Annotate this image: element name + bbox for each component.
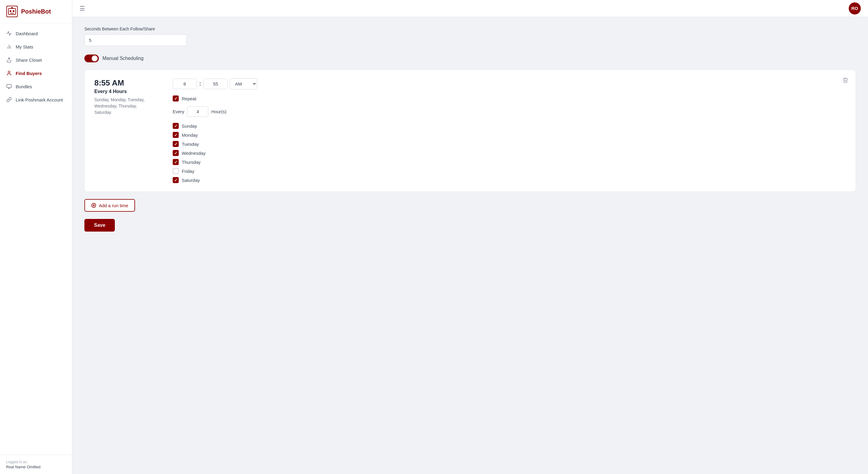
trash-icon xyxy=(842,77,848,83)
thursday-checkbox[interactable]: ✓ xyxy=(173,159,179,165)
add-runtime-button[interactable]: Add a run time xyxy=(84,199,135,212)
stats-icon xyxy=(6,44,12,50)
logo-icon xyxy=(6,5,18,18)
sidebar-footer: Logged in as: Real Name Omitted xyxy=(0,455,72,474)
wednesday-label: Wednesday xyxy=(182,150,206,156)
link-icon xyxy=(6,97,12,103)
sidebar-item-link-poshmark[interactable]: Link Poshmark Account xyxy=(0,93,72,106)
tuesday-check-icon: ✓ xyxy=(174,142,178,146)
schedule-days-display: Sunday, Monday, Tuesday, Wednesday, Thur… xyxy=(94,97,155,116)
repeat-checkbox[interactable]: ✓ xyxy=(173,96,179,101)
dashboard-icon xyxy=(6,30,12,36)
friday-label: Friday xyxy=(182,169,194,174)
sidebar-item-share-closet-label: Share Closet xyxy=(16,58,42,63)
main-content: Seconds Between Each Follow/Share Manual… xyxy=(72,17,868,474)
logged-in-label: Logged in as: xyxy=(6,460,66,464)
schedule-frequency-display: Every 4 Hours xyxy=(94,89,155,94)
manual-scheduling-label: Manual Scheduling xyxy=(102,56,144,61)
logged-in-user: Real Name Omitted xyxy=(6,465,66,469)
saturday-label: Saturday xyxy=(182,178,200,183)
sunday-label: Sunday xyxy=(182,124,197,129)
thursday-label: Thursday xyxy=(182,160,201,165)
delete-schedule-button[interactable] xyxy=(842,77,848,84)
sidebar-item-bundles-label: Bundles xyxy=(16,84,32,89)
tuesday-label: Tuesday xyxy=(182,141,199,147)
manual-scheduling-row: Manual Scheduling xyxy=(84,55,856,62)
avatar[interactable]: RO xyxy=(849,2,861,14)
sidebar-item-share-closet[interactable]: Share Closet xyxy=(0,53,72,67)
repeat-label: Repeat xyxy=(182,96,196,101)
svg-rect-13 xyxy=(7,84,11,88)
schedule-card-inner: 8:55 AM Every 4 Hours Sunday, Monday, Tu… xyxy=(94,78,846,183)
hours-label: Hour(s) xyxy=(211,109,226,114)
day-row-saturday[interactable]: ✓ Saturday xyxy=(173,177,846,183)
seconds-label: Seconds Between Each Follow/Share xyxy=(84,27,856,31)
minute-input[interactable] xyxy=(204,78,227,89)
svg-rect-5 xyxy=(10,13,14,13)
saturday-checkbox[interactable]: ✓ xyxy=(173,177,179,183)
sidebar-item-find-buyers-label: Find Buyers xyxy=(16,71,42,76)
every-input[interactable] xyxy=(187,106,208,117)
repeat-row[interactable]: ✓ Repeat xyxy=(173,96,846,101)
sunday-checkbox[interactable]: ✓ xyxy=(173,123,179,129)
add-runtime-label: Add a run time xyxy=(99,203,128,208)
share-closet-icon xyxy=(6,57,12,63)
every-label: Every xyxy=(173,109,184,114)
monday-label: Monday xyxy=(182,133,198,138)
every-row: Every Hour(s) xyxy=(173,106,846,117)
app-name: PoshieBot xyxy=(21,8,51,15)
day-row-tuesday[interactable]: ✓ Tuesday xyxy=(173,141,846,147)
main-wrapper: ☰ RO Seconds Between Each Follow/Share M… xyxy=(72,0,868,474)
wednesday-checkbox[interactable]: ✓ xyxy=(173,150,179,156)
save-button[interactable]: Save xyxy=(84,219,115,232)
tuesday-checkbox[interactable]: ✓ xyxy=(173,141,179,147)
repeat-check-icon: ✓ xyxy=(174,96,178,101)
day-row-wednesday[interactable]: ✓ Wednesday xyxy=(173,150,846,156)
time-colon: : xyxy=(199,81,201,87)
logo-area: PoshieBot xyxy=(0,0,72,23)
schedule-card: 8:55 AM Every 4 Hours Sunday, Monday, Tu… xyxy=(84,70,856,192)
day-row-friday[interactable]: Friday xyxy=(173,168,846,174)
saturday-check-icon: ✓ xyxy=(174,178,178,182)
svg-point-3 xyxy=(10,10,11,12)
sidebar-item-find-buyers[interactable]: Find Buyers xyxy=(0,67,72,80)
schedule-summary: 8:55 AM Every 4 Hours Sunday, Monday, Tu… xyxy=(94,78,155,183)
manual-scheduling-toggle[interactable] xyxy=(84,55,99,62)
hamburger-icon[interactable]: ☰ xyxy=(80,5,85,12)
svg-point-12 xyxy=(8,71,10,73)
sunday-check-icon: ✓ xyxy=(174,124,178,128)
day-row-monday[interactable]: ✓ Monday xyxy=(173,132,846,138)
seconds-input[interactable] xyxy=(84,34,187,46)
sidebar: PoshieBot Dashboard My Stats xyxy=(0,0,72,474)
sidebar-item-bundles[interactable]: Bundles xyxy=(0,80,72,93)
monday-checkbox[interactable]: ✓ xyxy=(173,132,179,138)
schedule-time-display: 8:55 AM xyxy=(94,78,155,88)
sidebar-item-my-stats-label: My Stats xyxy=(16,44,33,49)
days-list: ✓ Sunday ✓ Monday ✓ Tuesday xyxy=(173,123,846,183)
thursday-check-icon: ✓ xyxy=(174,160,178,164)
day-row-thursday[interactable]: ✓ Thursday xyxy=(173,159,846,165)
day-row-sunday[interactable]: ✓ Sunday xyxy=(173,123,846,129)
find-buyers-icon xyxy=(6,70,12,76)
sidebar-item-link-poshmark-label: Link Poshmark Account xyxy=(16,97,63,102)
topbar: ☰ RO xyxy=(72,0,868,17)
schedule-controls: : AM PM ✓ Repeat xyxy=(173,78,846,183)
wednesday-check-icon: ✓ xyxy=(174,151,178,156)
monday-check-icon: ✓ xyxy=(174,133,178,137)
bundles-icon xyxy=(6,83,12,90)
sidebar-item-my-stats[interactable]: My Stats xyxy=(0,40,72,53)
hour-input[interactable] xyxy=(173,78,197,89)
sidebar-nav: Dashboard My Stats Share Closet xyxy=(0,23,72,455)
sidebar-item-dashboard[interactable]: Dashboard xyxy=(0,27,72,40)
sidebar-item-dashboard-label: Dashboard xyxy=(16,31,38,36)
add-runtime-icon xyxy=(91,203,96,208)
svg-point-4 xyxy=(13,10,14,12)
time-row: : AM PM xyxy=(173,78,846,90)
friday-checkbox[interactable] xyxy=(173,168,179,174)
ampm-select[interactable]: AM PM xyxy=(230,78,257,90)
